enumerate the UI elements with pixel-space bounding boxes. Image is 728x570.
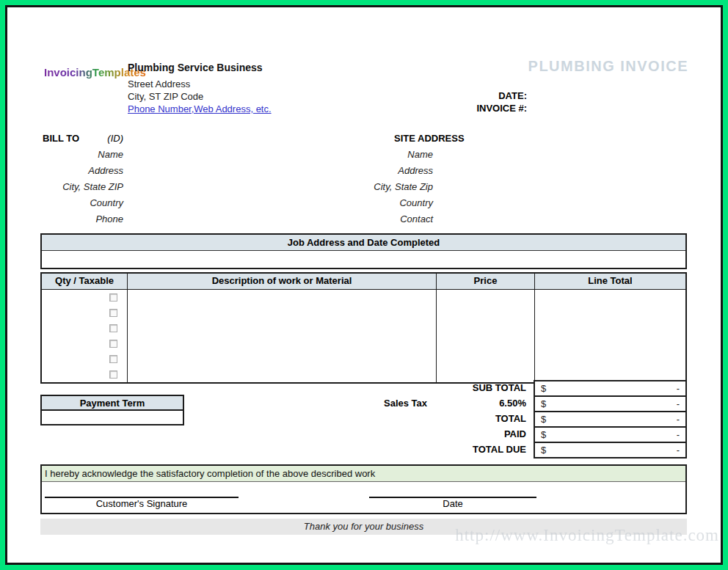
site-contact-label: Contact [316, 211, 433, 227]
sales-tax-label: Sales Tax [384, 395, 427, 411]
taxable-checkbox[interactable] [109, 293, 117, 302]
amount-value: - [677, 445, 680, 456]
bill-to-id-label: (ID) [40, 131, 123, 147]
company-city-line: City, ST ZIP Code [128, 91, 203, 102]
subtotal-amount-cell[interactable]: $ - [534, 380, 687, 397]
company-street-address: Street Address [128, 78, 190, 89]
items-table-header: Qty / Taxable Description of work or Mat… [42, 274, 685, 290]
job-address-header: Job Address and Date Completed [42, 235, 685, 251]
bill-to-phone-label: Phone [40, 211, 123, 227]
taxable-checkbox[interactable] [109, 324, 117, 332]
acknowledgment-section: I hereby acknowledge the satisfactory co… [40, 464, 687, 514]
price-input-area[interactable] [437, 290, 535, 382]
total-due-amount-cell[interactable]: $ - [534, 442, 687, 458]
company-name: Plumbing Service Business [128, 62, 263, 73]
col-description: Description of work or Material [128, 274, 437, 289]
bill-to-city-label: City, State ZIP [40, 179, 123, 195]
customer-signature-label: Customer's Signature [45, 498, 239, 509]
taxable-checkbox-column [42, 290, 128, 382]
signature-date-label: Date [369, 498, 536, 509]
totals-labels: SUB TOTAL 6.50% TOTAL PAID TOTAL DUE [301, 380, 526, 457]
total-due-label: TOTAL DUE [301, 442, 526, 457]
currency-symbol: $ [541, 383, 546, 394]
job-address-input[interactable] [42, 251, 685, 268]
description-input-area[interactable] [128, 290, 437, 382]
currency-symbol: $ [541, 398, 546, 409]
bill-to-name-label: Name [40, 147, 123, 163]
line-total-area[interactable] [535, 290, 685, 382]
site-name-label: Name [316, 147, 433, 163]
totals-amounts: $ - $ - $ - $ - $ - [534, 380, 687, 458]
amount-value: - [677, 383, 680, 394]
watermark-url: http://www.InvoicingTemplate.com [455, 526, 719, 545]
col-line-total: Line Total [535, 274, 685, 289]
currency-symbol: $ [541, 414, 546, 425]
taxable-checkbox[interactable] [109, 340, 117, 348]
total-amount-cell[interactable]: $ - [534, 411, 687, 428]
job-address-section: Job Address and Date Completed [40, 233, 687, 269]
col-price: Price [437, 274, 535, 289]
payment-term-header: Payment Term [40, 395, 184, 411]
col-qty-taxable: Qty / Taxable [42, 274, 128, 289]
sales-tax-amount-cell[interactable]: $ - [534, 395, 687, 412]
amount-value: - [677, 398, 680, 409]
taxable-checkbox[interactable] [109, 370, 117, 379]
subtotal-label: SUB TOTAL [301, 380, 526, 395]
bill-to-country-label: Country [40, 195, 123, 211]
amount-value: - [677, 414, 680, 425]
invoice-number-label: INVOICE #: [374, 103, 527, 114]
invoice-page: InvoicingTemplates Plumbing Service Busi… [5, 5, 723, 565]
taxable-checkbox[interactable] [109, 355, 117, 363]
amount-value: - [677, 429, 680, 440]
acknowledgment-statement: I hereby acknowledge the satisfactory co… [42, 466, 685, 482]
items-table-body [42, 290, 685, 382]
site-city-label: City, State Zip [316, 179, 433, 195]
site-address-fields: Name Address City, State Zip Country Con… [316, 147, 433, 227]
currency-symbol: $ [541, 429, 546, 440]
site-country-label: Country [316, 195, 433, 211]
currency-symbol: $ [541, 445, 546, 456]
company-contact-link[interactable]: Phone Number,Web Address, etc. [128, 103, 272, 114]
bill-to-fields: Name Address City, State ZIP Country Pho… [40, 147, 123, 227]
site-address-label: Address [316, 163, 433, 179]
total-label: TOTAL [301, 411, 526, 426]
bill-to-address-label: Address [40, 163, 123, 179]
paid-amount-cell[interactable]: $ - [534, 426, 687, 443]
items-table: Qty / Taxable Description of work or Mat… [40, 272, 687, 384]
taxable-checkbox[interactable] [109, 309, 117, 317]
payment-term-input[interactable] [40, 409, 184, 425]
date-label: DATE: [374, 90, 527, 101]
paid-label: PAID [301, 426, 526, 442]
payment-term-section: Payment Term [40, 395, 184, 425]
invoice-title: PLUMBING INVOICE [528, 58, 688, 75]
site-address-title: SITE ADDRESS [394, 131, 465, 147]
